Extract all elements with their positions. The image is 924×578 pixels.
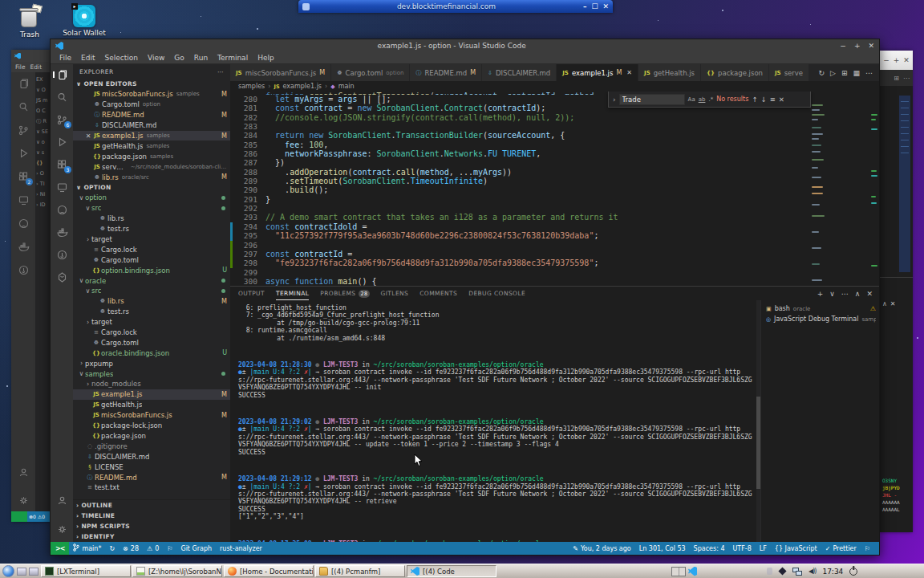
section-workspace[interactable]: ∨ OPTION <box>73 182 230 193</box>
bg-activity-docker-icon[interactable] <box>16 240 30 253</box>
code-editor[interactable]: function createContractTransaction(sourc… <box>230 92 879 286</box>
start-menu-button[interactable] <box>2 565 14 577</box>
terminal-dropdown-icon[interactable]: ∨ <box>829 290 835 298</box>
status-prettier[interactable]: ✓Prettier <box>821 545 861 552</box>
more-actions-icon[interactable]: ⋯ <box>841 290 849 298</box>
panel-tab-debug-console[interactable]: DEBUG CONSOLE <box>468 287 525 300</box>
activity-docker-icon[interactable] <box>55 226 69 238</box>
tree-item-target[interactable]: ›target <box>73 317 230 328</box>
open-editor-DISCLAIMER.md[interactable]: ⇩DISCLAIMER.md <box>73 120 230 131</box>
minimap-secondary[interactable] <box>871 108 878 286</box>
menu-help[interactable]: Help <box>253 53 278 63</box>
status-28[interactable]: ⊗28 <box>119 545 143 552</box>
breadcrumb-item[interactable]: example1.js <box>283 83 322 90</box>
breadcrumb[interactable]: samples›JSexample1.js›◆main <box>230 81 879 92</box>
activity-media-icon[interactable] <box>55 248 69 261</box>
tree-item-getHealth.js[interactable]: JSgetHealth.js <box>73 400 230 410</box>
tree-item-test.rs[interactable]: ☸test.rs <box>73 307 230 317</box>
minimize-icon[interactable]: − <box>883 56 890 64</box>
tree-item-package.json[interactable]: {}package.json <box>73 431 230 442</box>
tree-item-Cargo.toml[interactable]: ☸Cargo.toml <box>73 337 230 348</box>
task-button-notes[interactable]: [Z:\home\lj\SorobanN... <box>132 565 222 577</box>
close-find-icon[interactable]: ✕ <box>779 96 784 104</box>
previous-match-icon[interactable]: ↑ <box>752 96 757 104</box>
tree-item-node_modules[interactable]: ›node_modules <box>73 379 230 389</box>
power-button[interactable] <box>849 568 857 576</box>
tree-item-package-lock.json[interactable]: {}package-lock.json <box>73 421 230 431</box>
activity-account-icon[interactable] <box>55 494 69 507</box>
activity-remote-icon[interactable] <box>55 181 69 193</box>
minimize-button[interactable]: − <box>840 42 846 50</box>
tree-item-DISCLAIMER.md[interactable]: ⇩DISCLAIMER.md <box>73 451 230 462</box>
whole-word-icon[interactable]: ab <box>699 96 706 103</box>
tree-item-src[interactable]: ∨src <box>73 286 230 296</box>
close-button[interactable]: ✕ <box>868 42 874 50</box>
network-tray-icon[interactable] <box>792 568 802 576</box>
menu-view[interactable]: View <box>144 53 168 63</box>
open-editor-miscSorobanFuncs.js[interactable]: JSmiscSorobanFuncs.jssamplesM <box>73 89 230 100</box>
tab-package.json[interactable]: {}package.json <box>701 64 769 81</box>
activity-debug-icon[interactable] <box>55 136 69 149</box>
vscode-titlebar[interactable]: example1.js - option - Visual Studio Cod… <box>51 39 879 52</box>
panel-tab-terminal[interactable]: TERMINAL <box>276 287 309 300</box>
tree-item-LICENSE[interactable]: §LICENSE <box>73 462 230 472</box>
tree-item-.gitignore[interactable]: ◌.gitignore <box>73 441 230 451</box>
status-spaces-4[interactable]: Spaces: 4 <box>690 545 729 552</box>
iconify-applet-icon[interactable] <box>29 568 38 576</box>
bg-activity-github-icon[interactable] <box>16 217 30 230</box>
bg-menu-file[interactable]: File <box>15 63 26 71</box>
tree-item-pxpump[interactable]: ›pxpump <box>73 358 230 368</box>
tree-item-lib.rs[interactable]: ☸lib.rsM <box>73 296 230 307</box>
menu-file[interactable]: File <box>55 53 75 63</box>
background-vscode-window[interactable]: FileEdit 2 EX∨ OJS mO Cⓘ R∨ SE∨ o∨ s{}› … <box>11 50 50 522</box>
panel-tab-problems[interactable]: PROBLEMS28 <box>320 287 369 300</box>
taskbar-clock[interactable]: 17:34 <box>822 568 843 576</box>
desktop-icon-solar-wallet[interactable]: ▸ Solar Wallet <box>61 5 107 37</box>
terminal-scrollbar[interactable] <box>756 300 760 542</box>
menu-edit[interactable]: Edit <box>77 53 99 63</box>
browser-minimize-button[interactable]: – <box>583 2 587 10</box>
section-open-editors[interactable]: ∨ OPEN EDITORS <box>73 79 230 89</box>
more-actions-icon[interactable]: ⋯ <box>903 75 910 82</box>
open-editor-lib.rs[interactable]: ☸lib.rsoracle/srcM <box>73 172 230 182</box>
status--javascript[interactable]: {} JavaScript <box>771 545 821 552</box>
tree-item-oracle.bindings.json[interactable]: {}oracle.bindings.jsonU <box>73 348 230 358</box>
menu-go[interactable]: Go <box>170 53 188 63</box>
activity-search-icon[interactable] <box>55 91 69 104</box>
activity-gitlens-icon[interactable] <box>55 271 69 283</box>
next-match-icon[interactable]: ↓ <box>761 96 767 104</box>
breadcrumb-item[interactable]: samples <box>238 83 265 90</box>
menu-terminal[interactable]: Terminal <box>213 53 252 63</box>
split-editor-icon[interactable]: ⊞ <box>841 69 848 77</box>
tab-getHealth.js[interactable]: JSgetHealth.js <box>638 64 701 81</box>
panel-tab-comments[interactable]: COMMENTS <box>419 287 457 300</box>
tab-miscSorobanFuncs.js[interactable]: JSmiscSorobanFuncs.jsM <box>230 64 331 81</box>
tree-item-example1.js[interactable]: JSexample1.jsM <box>73 389 230 400</box>
bg-activity-media-icon[interactable] <box>16 263 30 276</box>
run-icon[interactable]: ▷ <box>830 69 836 77</box>
close-tab-icon[interactable]: ✕ <box>626 69 632 76</box>
tree-item-README.md[interactable]: ⓘREADME.mdM <box>73 472 230 482</box>
browser-window-titlebar[interactable]: dev.blocktimefinancial.com – ☐ ✕ <box>298 0 613 13</box>
minimap[interactable] <box>811 103 827 286</box>
tree-item-oracle[interactable]: ∨oracle <box>73 275 230 286</box>
desktop-applet-icon[interactable] <box>17 568 26 576</box>
background-window-right[interactable]: − + ✕ ⊞ ⋯ ∧✕ O3SNYjBjPYDJHL -AAAAAAAAAAA… <box>880 51 913 532</box>
match-case-icon[interactable]: Aa <box>688 96 695 103</box>
task-button-lxterminal[interactable]: [LXTerminal] <box>41 565 131 577</box>
more-actions-icon[interactable]: ⋯ <box>865 69 873 77</box>
tree-item-lib.rs[interactable]: ☸lib.rs <box>73 214 230 224</box>
tab-README.md[interactable]: ⓘREADME.mdM <box>410 64 482 81</box>
bg-activity-remote-icon[interactable] <box>16 193 30 206</box>
bg-activity-extensions-icon[interactable]: 2 <box>16 170 30 183</box>
browser-close-button[interactable]: ✕ <box>602 2 609 10</box>
status-utf-8[interactable]: UTF-8 <box>728 545 755 552</box>
tree-item-Cargo.lock[interactable]: ≡Cargo.lock <box>73 328 230 338</box>
collapse-icon[interactable]: ∧ <box>882 300 890 307</box>
maximize-icon[interactable]: + <box>894 56 900 64</box>
vscode-tray-icon[interactable] <box>688 567 697 576</box>
open-editor-Cargo.toml[interactable]: ☸Cargo.tomloption <box>73 100 230 110</box>
status-flag[interactable]: ⚐ <box>163 545 176 552</box>
workspace-pager[interactable] <box>671 567 686 576</box>
breadcrumb-item[interactable]: main <box>338 83 355 90</box>
